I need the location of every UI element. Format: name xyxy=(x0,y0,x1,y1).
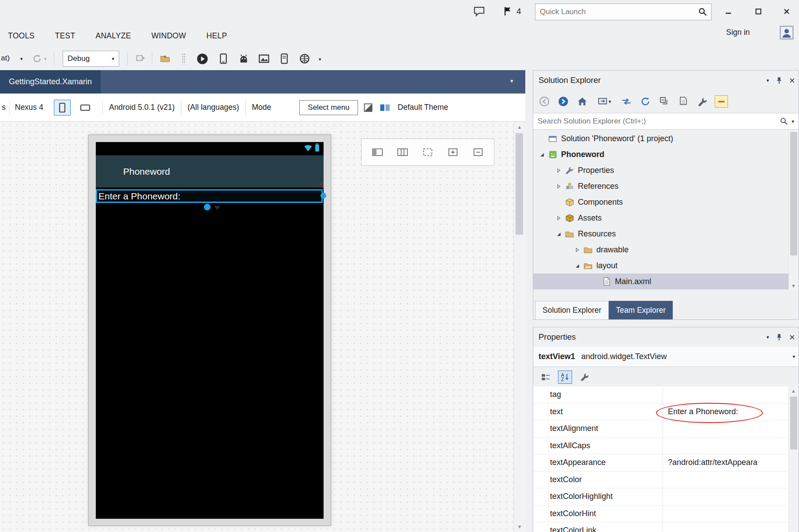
property-row-textalignment[interactable]: textAlignment xyxy=(533,420,789,438)
mode-label[interactable]: Mode xyxy=(252,103,271,112)
expander-expanded-icon[interactable] xyxy=(553,231,564,237)
solution-search-box[interactable]: ▾ xyxy=(533,113,799,130)
selection-handle-bottom[interactable] xyxy=(204,204,211,210)
pane-split-icon[interactable] xyxy=(367,142,388,162)
pin-icon[interactable] xyxy=(776,77,782,84)
expander-collapsed-icon[interactable] xyxy=(553,168,564,173)
dashed-selection-icon[interactable] xyxy=(417,142,438,162)
maximize-button[interactable] xyxy=(746,3,771,20)
language-selector[interactable]: (All languages) xyxy=(188,103,239,112)
tree-item-resources[interactable]: Resources xyxy=(533,226,789,242)
solution-explorer-header[interactable]: Solution Explorer ▾ xyxy=(533,71,799,90)
minimize-button[interactable] xyxy=(716,3,741,20)
property-row-textappearance[interactable]: textAppearance ?android:attr/textAppeara xyxy=(533,454,789,472)
scroll-up-icon[interactable]: ▲ xyxy=(789,388,798,393)
scope-to-this-icon[interactable]: ▾ xyxy=(595,95,614,108)
theme-preview-icon[interactable] xyxy=(377,100,392,116)
quick-launch-box[interactable] xyxy=(535,4,712,20)
chevron-down-icon[interactable]: ▾ xyxy=(44,56,47,61)
tree-item-main-axml[interactable]: Main.axml xyxy=(533,273,789,289)
tab-list-chevron-icon[interactable]: ▾ xyxy=(510,78,513,84)
open-file-icon[interactable] xyxy=(159,52,171,65)
tree-item-properties[interactable]: Properties xyxy=(533,162,789,178)
panel-collapse-triangle-icon[interactable] xyxy=(318,181,323,188)
zoom-out-box-icon[interactable] xyxy=(467,142,489,162)
chevron-down-icon[interactable]: ▾ xyxy=(20,56,23,61)
refresh-emulator-icon[interactable] xyxy=(31,52,43,65)
menu-analyze[interactable]: ANALYZE xyxy=(95,31,131,41)
property-row-textcolorhighlight[interactable]: textColorHighlight xyxy=(533,488,789,506)
expander-collapsed-icon[interactable] xyxy=(553,215,564,221)
property-row-text[interactable]: text Enter a Phoneword: xyxy=(533,404,789,421)
screenshot-icon[interactable] xyxy=(258,52,270,65)
canvas-scrollbar[interactable]: ▲ ▼ xyxy=(513,122,525,532)
notification-count[interactable]: 4 xyxy=(516,7,521,16)
pane-columns-icon[interactable] xyxy=(392,142,413,162)
device-log-icon[interactable] xyxy=(278,52,290,65)
android-version-selector[interactable]: Android 5.0.1 (v21) xyxy=(109,103,175,112)
tree-item-layout[interactable]: layout xyxy=(533,258,789,273)
menu-help[interactable]: HELP xyxy=(207,31,227,41)
feedback-icon[interactable] xyxy=(473,6,485,17)
refresh-icon[interactable] xyxy=(639,95,652,108)
close-icon[interactable] xyxy=(789,334,795,340)
expander-expanded-icon[interactable] xyxy=(571,263,583,269)
home-icon[interactable] xyxy=(576,95,589,108)
properties-scrollbar[interactable]: ▲ xyxy=(788,386,798,532)
selection-options-triangle-icon[interactable] xyxy=(214,206,220,210)
solution-tree-scrollbar[interactable]: ▼ xyxy=(788,130,798,290)
zoom-in-box-icon[interactable] xyxy=(442,142,464,162)
preview-selected-items-toggle[interactable] xyxy=(715,95,728,108)
start-debug-icon[interactable] xyxy=(196,52,208,65)
sdk-manager-icon[interactable] xyxy=(298,52,311,65)
theme-contrast-icon[interactable] xyxy=(362,100,375,116)
property-row-textcolor[interactable]: textColor xyxy=(533,472,789,489)
attach-process-icon[interactable] xyxy=(134,52,147,65)
property-row-textallcaps[interactable]: textAllCaps xyxy=(533,438,789,455)
scrollbar-thumb[interactable] xyxy=(790,397,797,450)
forward-icon[interactable] xyxy=(557,95,570,108)
categorized-view-icon[interactable] xyxy=(539,371,553,384)
show-all-files-icon[interactable] xyxy=(677,95,690,108)
app-action-bar[interactable]: Phoneword xyxy=(96,155,324,187)
properties-wrench-icon[interactable] xyxy=(696,95,709,108)
menu-tools[interactable]: TOOLS xyxy=(8,31,35,41)
selection-handle-right[interactable] xyxy=(320,193,326,199)
pin-icon[interactable] xyxy=(776,333,782,341)
menu-test[interactable]: TEST xyxy=(55,31,75,41)
close-icon[interactable] xyxy=(789,78,795,83)
notifications-flag-icon[interactable] xyxy=(503,6,513,17)
document-tab-active[interactable]: GettingStarted.Xamarin xyxy=(0,70,101,94)
property-row-tag[interactable]: tag xyxy=(533,386,789,404)
tree-item-solution[interactable]: Solution 'Phoneword' (1 project) xyxy=(533,131,789,146)
solution-search-input[interactable] xyxy=(533,117,780,126)
tree-item-assets[interactable]: Assets xyxy=(533,210,789,226)
search-options-chevron-icon[interactable]: ▾ xyxy=(791,119,794,124)
selected-textview[interactable]: Enter a Phoneword: xyxy=(96,189,323,203)
scrollbar-thumb[interactable] xyxy=(790,132,797,255)
tree-item-drawable[interactable]: drawable xyxy=(533,242,789,258)
alphabetical-sort-icon[interactable]: AZ xyxy=(558,371,572,384)
tab-team-explorer[interactable]: Team Explorer xyxy=(609,301,673,319)
portrait-orientation-button[interactable] xyxy=(54,100,71,116)
scroll-up-icon[interactable]: ▲ xyxy=(514,124,525,130)
scroll-down-icon[interactable]: ▼ xyxy=(514,524,525,529)
quick-launch-input[interactable] xyxy=(535,7,698,16)
toolbar-overflow-icon[interactable]: ▾ xyxy=(319,55,321,63)
properties-header[interactable]: Properties ▾ xyxy=(533,327,799,347)
landscape-orientation-button[interactable] xyxy=(77,100,94,116)
back-icon[interactable] xyxy=(538,95,551,108)
tree-item-project-phoneword[interactable]: Phoneword xyxy=(533,146,789,162)
property-row-textcolorlink[interactable]: textColorLink xyxy=(533,522,789,532)
framework-dropdown-partial[interactable]: at) xyxy=(1,54,10,63)
expander-collapsed-icon[interactable] xyxy=(571,247,583,253)
window-position-chevron-icon[interactable]: ▾ xyxy=(766,78,769,83)
scrollbar-thumb[interactable] xyxy=(516,133,523,235)
property-row-textcolorhint[interactable]: textColorHint xyxy=(533,506,789,523)
collapse-all-icon[interactable] xyxy=(658,95,671,108)
theme-selector[interactable]: Default Theme xyxy=(398,103,448,112)
selected-object-combo[interactable]: textView1 android.widget.TextView ▾ xyxy=(533,347,799,367)
build-configuration-combo[interactable]: Debug ▾ xyxy=(63,51,119,67)
sign-in-link[interactable]: Sign in xyxy=(726,28,750,37)
scroll-down-icon[interactable]: ▼ xyxy=(789,283,798,288)
